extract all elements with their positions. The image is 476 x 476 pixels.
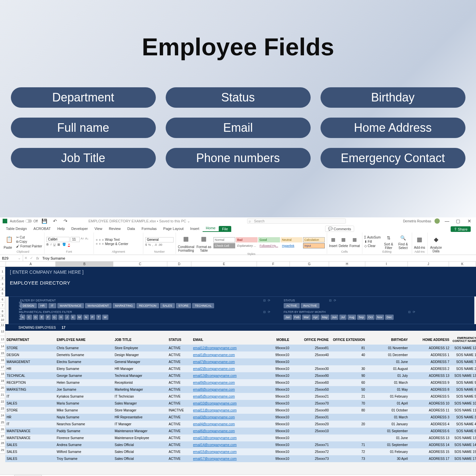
cell-bday[interactable]: 01 July (366, 374, 409, 378)
sheet-tab-directory[interactable]: DIRECTORY (14, 475, 42, 476)
cell-sos[interactable]: SOS NAME 15 (451, 450, 476, 454)
cell-email[interactable]: email13@companyname.com (192, 374, 258, 378)
cell-bday[interactable]: 01 April (366, 402, 409, 405)
ribbon-tab[interactable]: Developer (68, 225, 91, 232)
filter-chip[interactable]: Nov (376, 315, 384, 320)
cell-ophone[interactable]: 25xxxx72 (291, 450, 330, 454)
filter-chip[interactable]: HR (38, 303, 47, 308)
cell-status[interactable]: ACTIVE (167, 395, 192, 398)
cell-job[interactable]: Store Employee (113, 346, 167, 350)
cell-name[interactable]: Eleny Surname (55, 367, 113, 371)
paste-icon[interactable]: 📋 (4, 234, 15, 245)
min-icon[interactable]: — (443, 217, 451, 225)
row-header[interactable]: 11 (0, 323, 5, 327)
filter-chip[interactable]: May (321, 315, 329, 320)
style-gallery-row1[interactable]: NormalBadGoodNeutralCalculation (213, 237, 325, 242)
close-icon[interactable]: ✕ (465, 217, 473, 225)
cell-email[interactable]: email9@companyname.com (192, 381, 258, 384)
cell-ext[interactable]: 50 (330, 388, 366, 391)
cell-status[interactable]: ACTIVE (167, 443, 192, 447)
cell-status[interactable]: ACTIVE (167, 388, 192, 391)
row-header[interactable]: 29 (0, 447, 5, 454)
cell-addr[interactable]: ADDRESS 12 (409, 346, 451, 350)
sort-icon[interactable]: ⇅ (385, 234, 393, 242)
cell-dept[interactable]: STORE (5, 346, 55, 350)
cell-bday[interactable]: 01 November (366, 346, 409, 350)
cell-job[interactable]: Maintenance Manager (113, 429, 167, 433)
row-header[interactable]: 27 (0, 433, 5, 440)
bold-btn[interactable]: B (46, 243, 49, 247)
cell-addr[interactable]: ADDRESS 11 (409, 408, 451, 412)
cell-sos[interactable]: SOS NAME 1 (451, 353, 476, 357)
cell-name[interactable]: Joe Surname (55, 388, 113, 391)
cell-dept[interactable]: RECEPTION (5, 381, 55, 384)
row-header[interactable]: 26 (0, 426, 5, 433)
cell-email[interactable]: email11@companyname.com (192, 408, 258, 412)
cell-dept[interactable]: HR (5, 367, 55, 371)
cell-dept[interactable]: IT (5, 395, 55, 398)
cell-ophone[interactable]: 25xxxx10 (291, 429, 330, 433)
cell-status[interactable]: ACTIVE (167, 450, 192, 454)
cell-status[interactable]: ACTIVE (167, 346, 192, 350)
comments-button[interactable]: 💬 Comments (325, 226, 354, 232)
clear-filter-icon[interactable]: ⟳ (413, 310, 415, 314)
table-row[interactable]: SALESMaria SurnameSales ManagerACTIVEema… (5, 400, 476, 407)
cell-job[interactable]: Receptionist (113, 381, 167, 384)
cell-status[interactable]: ACTIVE (167, 360, 192, 364)
th-job[interactable]: JOB TITLE (113, 338, 167, 342)
ribbon-tab[interactable]: Table Design (3, 225, 30, 232)
cell-addr[interactable]: ADDRESS 10 (409, 402, 451, 405)
cell-bday[interactable]: 01 January (366, 422, 409, 426)
fill-color-btn[interactable]: 🪣 (62, 243, 66, 247)
share-button[interactable]: ⇪ Share (451, 226, 471, 232)
filter-chip[interactable]: Jul (339, 315, 347, 320)
cell-email[interactable]: email12@companyname.com (192, 346, 258, 350)
cell-bday[interactable]: 01 September (366, 429, 409, 433)
cell-mobile[interactable]: 99xxxx10 (258, 415, 291, 419)
cell-ophone[interactable]: 25xxxx90 (291, 374, 330, 378)
filter-chip[interactable]: G (52, 315, 57, 320)
filter-chip[interactable]: J (65, 315, 70, 320)
redo-icon[interactable]: ↷ (62, 217, 70, 225)
cell-email[interactable]: email4@companyname.com (192, 422, 258, 426)
cell-mobile[interactable]: 99xxxx10 (258, 408, 291, 412)
filter-chip[interactable]: P (90, 315, 95, 320)
cell-ophone[interactable]: 25xxxx80 (291, 408, 330, 412)
cell-status[interactable]: ACTIVE (167, 436, 192, 440)
cell-sos[interactable]: SOS NAME 14 (451, 443, 476, 447)
cell-job[interactable]: HR Manager (113, 367, 167, 371)
cell-ophone[interactable]: 25xxxx60 (291, 381, 330, 384)
company-name-placeholder[interactable]: [ ENTER COMPANY NAME HERE ] (10, 269, 473, 275)
style-box[interactable]: Bad (236, 237, 258, 242)
cell-sos[interactable]: SOS NAME 8 (451, 388, 476, 391)
row-header[interactable]: 4 (0, 288, 5, 291)
cell-sos[interactable]: SOS NAME 5 (451, 395, 476, 398)
underline-btn[interactable]: U (53, 243, 56, 247)
filter-chip[interactable]: H (58, 315, 64, 320)
cell-dept[interactable]: SALES (5, 450, 55, 454)
th-ophone[interactable]: OFFICE PHONE (291, 338, 330, 342)
cell-status[interactable]: ACTIVE (167, 457, 192, 461)
row-header[interactable]: 17 (0, 364, 5, 371)
row-header[interactable]: 22 (0, 398, 5, 405)
column-headers[interactable]: A B C D E F G H I J K (0, 262, 476, 267)
cell-dept[interactable]: TECHNICAL (5, 374, 55, 378)
cell-bday[interactable]: 01 May (366, 388, 409, 391)
th-name[interactable]: EMPLOYEE NAME (55, 338, 113, 342)
doc-title[interactable]: EMPLOYEE DIRECTORY EXAMPLE.xlsx • Saved … (89, 219, 190, 223)
table-row[interactable]: HREleny SurnameHR ManagerACTIVEemail2@co… (5, 365, 476, 372)
cell-addr[interactable]: ADDRESS 1 (409, 353, 451, 357)
filter-chip[interactable]: E (39, 315, 44, 320)
dec-font-icon[interactable]: A↓ (85, 237, 89, 242)
filter-chip[interactable]: Sep (357, 315, 366, 320)
cell-name[interactable]: Maria Surname (55, 402, 113, 405)
cell-bday[interactable]: 01 March (366, 415, 409, 419)
cell-sos[interactable]: SOS NAME 9 (451, 381, 476, 384)
col-B[interactable]: B (56, 262, 113, 266)
cell-dept[interactable]: MANAGEMENT (5, 360, 55, 364)
style-gallery-row2[interactable]: Check CellExplanatory ...Followed Hy...H… (213, 243, 325, 248)
table-row[interactable]: SALESAndrea SurnameSales OfficialACTIVEe… (5, 441, 476, 448)
row-header[interactable]: 24 (0, 412, 5, 419)
filter-chip[interactable]: Jan (284, 315, 292, 320)
row-headers[interactable]: 1234567891011121314151617181920212223242… (0, 267, 5, 474)
